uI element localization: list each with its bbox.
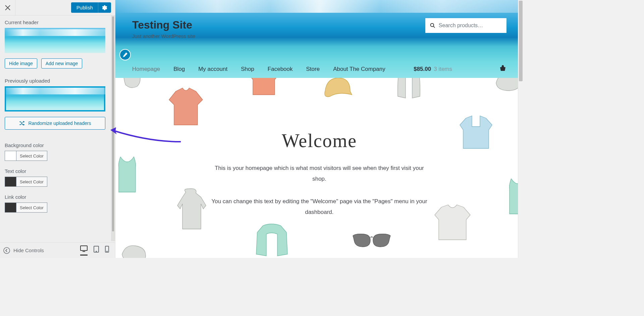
device-preview-toggle [80, 245, 109, 256]
doodle-sunglasses [350, 231, 394, 254]
link-color-label: Link color [5, 194, 111, 200]
doodle-cardigan [251, 222, 295, 258]
search-box [425, 18, 506, 33]
mobile-preview-icon[interactable] [105, 246, 109, 255]
basket-icon[interactable] [499, 65, 506, 73]
close-icon [5, 5, 11, 11]
nav-homepage[interactable]: Homepage [132, 66, 160, 73]
doodle-tshirt [246, 78, 283, 101]
svg-point-0 [4, 247, 10, 254]
nav-blog[interactable]: Blog [173, 66, 185, 73]
sidebar-content: Current header Hide image Add new image … [0, 15, 115, 242]
site-preview: Testing Site Just another WordPress site… [115, 0, 523, 258]
doodle-shirt [166, 85, 206, 132]
close-customizer-button[interactable] [0, 0, 15, 15]
cart-amount: $85.00 [414, 66, 431, 73]
randomize-headers-button[interactable]: Randomize uploaded headers [5, 117, 105, 130]
preview-scroll-thumb[interactable] [519, 1, 523, 81]
pencil-icon [122, 52, 128, 57]
preview-scrollbar[interactable] [518, 0, 523, 258]
background-color-swatch[interactable] [5, 151, 16, 161]
hero-header: Testing Site Just another WordPress site… [115, 0, 523, 78]
publish-settings-button[interactable] [98, 2, 111, 13]
doodle-polo [456, 113, 496, 153]
svg-rect-1 [80, 246, 87, 251]
nav-my-account[interactable]: My account [198, 66, 227, 73]
shuffle-icon [19, 121, 25, 126]
doodle-shoe-2 [117, 239, 151, 258]
desktop-preview-icon[interactable] [80, 245, 88, 256]
add-new-image-button[interactable]: Add new image [41, 58, 83, 69]
link-color-select-button[interactable]: Select Color [16, 202, 47, 213]
text-color-label: Text color [5, 168, 111, 174]
welcome-paragraph-1: This is your homepage which is what most… [209, 163, 430, 185]
doodle-tee [431, 202, 474, 246]
previously-uploaded-thumbnail[interactable] [5, 86, 105, 111]
doodle-jacket [390, 78, 427, 105]
cart-summary[interactable]: $85.00 3 items [414, 66, 452, 73]
svg-point-4 [96, 251, 97, 252]
doodle-hoodie [172, 187, 213, 234]
svg-rect-2 [83, 251, 85, 252]
nav-about[interactable]: About The Company [333, 66, 385, 73]
text-color-select-button[interactable]: Select Color [16, 177, 47, 187]
main-navigation: Homepage Blog My account Shop Facebook S… [132, 65, 506, 73]
nav-store[interactable]: Store [306, 66, 320, 73]
nav-shop[interactable]: Shop [241, 66, 254, 73]
cart-items: 3 items [434, 66, 452, 73]
publish-group: Publish [71, 2, 111, 13]
doodle-cap [318, 78, 355, 103]
gear-icon [102, 5, 107, 10]
welcome-paragraph-2: You can change this text by editing the … [209, 196, 430, 218]
publish-button[interactable]: Publish [71, 2, 98, 13]
current-header-thumbnail[interactable] [5, 28, 105, 53]
sidebar-scroll-thumb[interactable] [112, 16, 114, 231]
search-icon [430, 22, 435, 29]
svg-point-6 [107, 251, 107, 252]
doodle-tank [115, 153, 142, 197]
doodle-garment [119, 78, 149, 95]
nav-facebook[interactable]: Facebook [268, 66, 293, 73]
customizer-sidebar: Publish Current header Hide image Add ne… [0, 0, 115, 258]
hide-image-button[interactable]: Hide image [5, 58, 37, 69]
background-color-control: Select Color [5, 151, 111, 161]
chevron-left-circle-icon [3, 247, 10, 254]
text-color-swatch[interactable] [5, 177, 16, 187]
hide-controls-button[interactable]: Hide Controls [3, 247, 44, 254]
sidebar-scrollbar[interactable] [111, 15, 115, 241]
link-color-control: Select Color [5, 202, 111, 213]
site-tagline: Just another WordPress site [132, 33, 523, 39]
search-input[interactable] [439, 22, 502, 29]
edit-shortcut-button[interactable] [119, 49, 131, 60]
text-color-control: Select Color [5, 177, 111, 187]
current-header-label: Current header [5, 19, 111, 25]
sidebar-header: Publish [0, 0, 115, 15]
sidebar-footer: Hide Controls [0, 242, 115, 258]
svg-point-7 [431, 24, 434, 27]
page-content: Welcome This is your homepage which is w… [115, 78, 523, 258]
link-color-swatch[interactable] [5, 202, 16, 213]
previously-uploaded-label: Previously uploaded [5, 78, 111, 84]
background-color-select-button[interactable]: Select Color [16, 151, 47, 161]
background-color-label: Background color [5, 142, 111, 148]
tablet-preview-icon[interactable] [94, 246, 99, 255]
